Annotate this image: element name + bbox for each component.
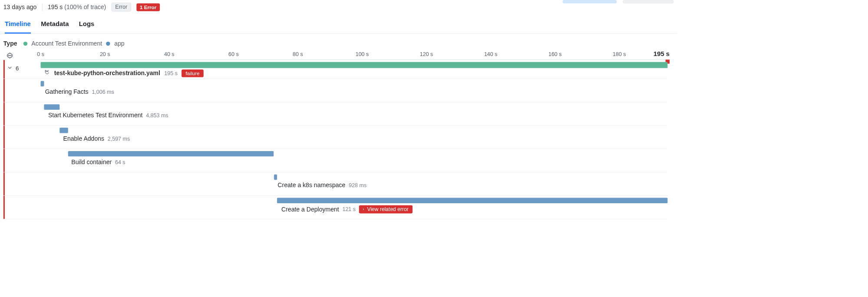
- error-count-badge[interactable]: 1 Error: [136, 3, 160, 11]
- separator: [42, 3, 43, 11]
- ruler-tick: 120 s: [420, 51, 433, 57]
- ruler-tick: 40 s: [164, 51, 175, 57]
- row-toggle[interactable]: 6: [7, 65, 19, 73]
- tab-bar: Timeline Metadata Logs: [0, 13, 677, 34]
- status-pill-failure[interactable]: failure: [182, 69, 204, 77]
- span-bar[interactable]: [274, 175, 277, 180]
- ruler-tick: 100 s: [356, 51, 369, 57]
- span-caption[interactable]: Build container64 s: [71, 158, 125, 165]
- span-caption[interactable]: Create a Deployment121 sView related err…: [281, 205, 413, 214]
- span-row[interactable]: Start Kubernetes Test Environment4,853 m…: [3, 102, 668, 126]
- span-duration: 4,853 ms: [146, 112, 168, 119]
- trace-duration: 195 s (100% of trace): [48, 3, 106, 10]
- timeline-area: 195 s 0 s20 s40 s60 s80 s100 s120 s140 s…: [0, 50, 677, 219]
- span-name: Build container: [71, 158, 112, 165]
- span-row[interactable]: Build container64 s: [3, 149, 668, 172]
- span-duration: 1,006 ms: [92, 89, 114, 95]
- span-name: Create a k8s namespace: [277, 182, 345, 189]
- ruler-tick: 0 s: [37, 51, 44, 57]
- span-row[interactable]: Enable Addons2,597 ms: [3, 125, 668, 149]
- root-span-duration: 195 s: [164, 70, 178, 76]
- ruler-tick: 80 s: [293, 51, 303, 57]
- ruler-tick: 160 s: [548, 51, 562, 57]
- span-caption[interactable]: Start Kubernetes Test Environment4,853 m…: [48, 112, 168, 119]
- tab-timeline[interactable]: Timeline: [5, 20, 31, 33]
- root-span-name: test-kube-python-orchestration.yaml: [54, 70, 160, 77]
- span-duration: 64 s: [115, 159, 125, 165]
- span-bar[interactable]: [44, 104, 59, 109]
- header-action-chips: [563, 0, 674, 3]
- ruler-tick: 20 s: [100, 51, 110, 57]
- ruler-tick: 180 s: [613, 51, 626, 57]
- root-span-label[interactable]: test-kube-python-orchestration.yaml 195 …: [44, 69, 203, 77]
- tab-metadata[interactable]: Metadata: [41, 20, 69, 33]
- span-name: Create a Deployment: [281, 206, 339, 213]
- span-name: Start Kubernetes Test Environment: [48, 112, 142, 119]
- span-bar[interactable]: [68, 151, 274, 156]
- ruler-tick: 60 s: [228, 51, 239, 57]
- tab-logs[interactable]: Logs: [79, 20, 94, 33]
- legend-dot-blue: [106, 42, 110, 46]
- span-duration: 928 ms: [349, 182, 366, 188]
- span-bar[interactable]: [59, 128, 68, 133]
- span-row[interactable]: Gathering Facts1,006 ms: [3, 79, 668, 102]
- status-badge[interactable]: Error: [112, 3, 131, 11]
- ruler-end-label: 195 s: [653, 50, 670, 58]
- legend-label: Type: [3, 40, 17, 47]
- tracks-container: 6 test-kube-python-orchestration.yaml 19…: [3, 60, 668, 219]
- duration-pct: (100% of trace): [64, 3, 106, 10]
- child-count: 6: [16, 65, 19, 72]
- ruler-tick: 140 s: [484, 51, 498, 57]
- span-name: Gathering Facts: [45, 89, 89, 96]
- span-row[interactable]: Create a Deployment121 sView related err…: [3, 196, 668, 219]
- span-bar[interactable]: [41, 81, 44, 86]
- legend-name[interactable]: app: [114, 40, 124, 47]
- span-row[interactable]: Create a k8s namespace928 ms: [3, 172, 668, 196]
- span-caption[interactable]: Gathering Facts1,006 ms: [45, 89, 114, 96]
- span-caption[interactable]: Enable Addons2,597 ms: [63, 135, 130, 142]
- chevron-down-icon: [7, 65, 13, 73]
- legend-row: Type Account Test Environment app: [0, 34, 677, 50]
- span-duration: 2,597 ms: [108, 135, 130, 142]
- legend-dot-green: [23, 42, 27, 46]
- time-ruler[interactable]: 195 s 0 s20 s40 s60 s80 s100 s120 s140 s…: [41, 50, 668, 60]
- duration-value: 195 s: [48, 3, 63, 10]
- collapse-all-icon[interactable]: [6, 52, 13, 60]
- view-related-error-button[interactable]: View related error: [359, 205, 413, 214]
- span-caption[interactable]: Create a k8s namespace928 ms: [277, 182, 366, 189]
- span-bar[interactable]: [277, 198, 667, 203]
- trace-root-row[interactable]: 6 test-kube-python-orchestration.yaml 19…: [3, 60, 668, 79]
- legend-name[interactable]: Account Test Environment: [31, 40, 102, 47]
- span-name: Enable Addons: [63, 135, 104, 142]
- time-ago: 13 days ago: [3, 3, 37, 10]
- action-chip[interactable]: [563, 0, 617, 3]
- action-chip[interactable]: [623, 0, 673, 3]
- playbook-icon: [44, 69, 50, 77]
- span-bar-root[interactable]: [41, 62, 668, 68]
- span-duration: 121 s: [342, 206, 356, 212]
